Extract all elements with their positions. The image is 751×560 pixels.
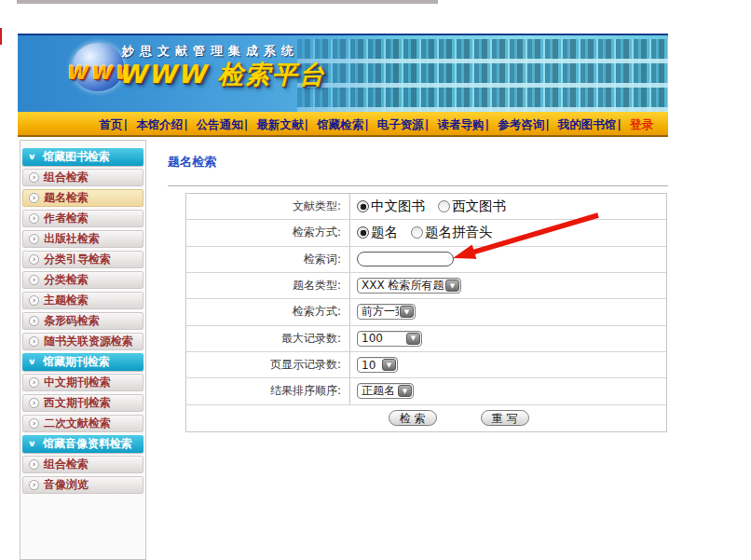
title-type-label: 题名类型: [186,273,350,299]
sidebar-item-label: 条形码检索 [44,312,100,330]
dropdown-arrow-icon[interactable]: ▼ [400,306,414,318]
nav-item-e-resources[interactable]: 电子资源 [377,117,424,131]
max-records-cell: 100 ▼ [350,326,666,352]
arrow-circle-icon: › [29,480,39,490]
sidebar: ∨ 馆藏图书检索 › 组合检索 › 题名检索 › 作者检索 › 出版社检索 › … [20,140,146,560]
sidebar-item-secondary-doc-search[interactable]: › 二次文献检索 [22,415,143,432]
nav-separator: | [123,117,128,131]
max-records-select[interactable]: 100 ▼ [357,331,422,347]
match-mode-select[interactable]: 前方一致 ▼ [357,304,416,320]
nav-item-my-library[interactable]: 我的图书馆 [558,117,617,131]
sidebar-item-label: 中文期刊检索 [44,374,111,391]
arrow-circle-icon: › [29,316,39,326]
sidebar-item-title-search[interactable]: › 题名检索 [22,189,143,207]
reset-button[interactable]: 重 写 [481,410,529,426]
nav-item-about[interactable]: 本馆介绍 [136,117,183,131]
form-actions: 检 索 重 写 [186,405,666,431]
sidebar-item-label: 主题检索 [44,292,89,309]
title-type-select[interactable]: XXX 检索所有题名 ▼ [357,278,461,294]
page-size-cell: 10 ▼ [350,352,666,378]
arrow-circle-icon: › [29,295,39,306]
arrow-circle-icon: › [29,275,39,285]
page-size-label: 页显示记录数: [186,352,350,378]
sidebar-item-label: 西文期刊检索 [44,394,111,412]
arrow-circle-icon: › [29,336,39,347]
radio-label: 题名拼音头 [425,224,493,241]
dropdown-arrow-icon[interactable]: ▼ [445,280,459,292]
sidebar-section-label: 馆藏图书检索 [43,148,110,166]
login-link[interactable]: 登录 [630,117,653,131]
nav-item-reference[interactable]: 参考咨询 [498,117,544,131]
sidebar-item-label: 分类引导检索 [44,251,111,268]
doc-type-label: 文献类型: [186,194,350,220]
chevron-down-icon: ∨ [28,435,40,453]
radio-title-pinyin[interactable] [411,226,423,239]
arrow-circle-icon: › [29,459,39,470]
nav-item-catalog-search[interactable]: 馆藏检索 [317,117,363,131]
match-mode-cell: 前方一致 ▼ [350,299,666,325]
select-value: 正题名 [358,383,397,399]
sidebar-item-author-search[interactable]: › 作者检索 [22,210,143,227]
arrow-circle-icon: › [29,418,39,429]
nav-item-announcements[interactable]: 公告通知 [197,117,243,131]
nav-separator: | [364,117,369,131]
title-type-cell: XXX 检索所有题名 ▼ [350,273,666,299]
dropdown-arrow-icon[interactable]: ▼ [406,333,420,345]
sidebar-item-label: 二次文献检索 [44,415,111,432]
sidebar-item-chinese-journal-search[interactable]: › 中文期刊检索 [22,374,143,391]
sidebar-section-books[interactable]: ∨ 馆藏图书检索 [22,148,143,166]
arrow-circle-icon: › [29,254,39,265]
sidebar-section-journals[interactable]: ∨ 馆藏期刊检索 [22,353,143,371]
arrow-circle-icon: › [29,234,39,244]
sort-order-select[interactable]: 正题名 ▼ [357,383,414,399]
sidebar-item-av-combo-search[interactable]: › 组合检索 [22,456,143,473]
match-mode-label: 检索方式: [186,299,350,325]
nav-separator: | [485,117,489,131]
nav-item-reader-guide[interactable]: 读者导购 [437,117,484,131]
sidebar-item-class-guide-search[interactable]: › 分类引导检索 [22,251,143,268]
radio-label: 题名 [371,224,398,241]
sidebar-item-av-browse[interactable]: › 音像浏览 [22,476,143,494]
search-term-input[interactable] [357,252,454,266]
arrow-circle-icon: › [29,213,39,224]
nav-separator: | [184,117,188,131]
select-value: 前方一致 [358,304,399,320]
radio-title[interactable] [357,226,369,239]
window-edge-strip [17,0,438,4]
sidebar-item-label: 题名检索 [44,189,89,207]
select-value: 100 [358,332,405,345]
dropdown-arrow-icon[interactable]: ▼ [398,385,412,397]
sidebar-section-audio-visual[interactable]: ∨ 馆藏音像资料检索 [22,435,143,453]
arrow-circle-icon: › [29,193,39,203]
radio-chinese-books[interactable] [357,200,369,212]
nav-item-new-documents[interactable]: 最新文献 [256,117,303,131]
sidebar-item-attached-resource-search[interactable]: › 随书关联资源检索 [22,333,143,350]
sidebar-section-label: 馆藏期刊检索 [43,353,110,371]
sidebar-item-western-journal-search[interactable]: › 西文期刊检索 [22,394,143,412]
radio-label: 西文图书 [452,198,506,215]
search-button[interactable]: 检 索 [389,410,437,426]
chevron-down-icon: ∨ [28,353,40,371]
sidebar-item-class-search[interactable]: › 分类检索 [22,271,143,289]
sidebar-item-label: 音像浏览 [44,476,89,494]
page-size-select[interactable]: 10 ▼ [357,357,398,373]
dropdown-arrow-icon[interactable]: ▼ [382,359,396,371]
sidebar-item-label: 分类检索 [44,271,89,289]
top-navbar: 首页| 本馆介绍| 公告通知| 最新文献| 馆藏检索| 电子资源| 读者导购| … [18,112,668,137]
nav-separator: | [425,117,430,131]
sidebar-item-publisher-search[interactable]: › 出版社检索 [22,230,143,248]
arrow-circle-icon: › [29,377,39,388]
radio-western-books[interactable] [438,200,450,212]
screen-edge-artifact [0,28,2,45]
search-mode-options: 题名 题名拼音头 [350,220,666,246]
nav-item-home[interactable]: 首页 [99,117,122,131]
arrow-circle-icon: › [29,172,39,183]
nav-separator: | [617,117,621,131]
page-title: 题名检索 [168,154,216,171]
nav-separator: | [244,117,249,131]
sidebar-item-subject-search[interactable]: › 主题检索 [22,292,143,309]
select-value: 10 [358,359,381,372]
sidebar-item-combo-search[interactable]: › 组合检索 [22,169,143,186]
sidebar-item-barcode-search[interactable]: › 条形码检索 [22,312,143,330]
sidebar-item-label: 组合检索 [44,456,89,473]
